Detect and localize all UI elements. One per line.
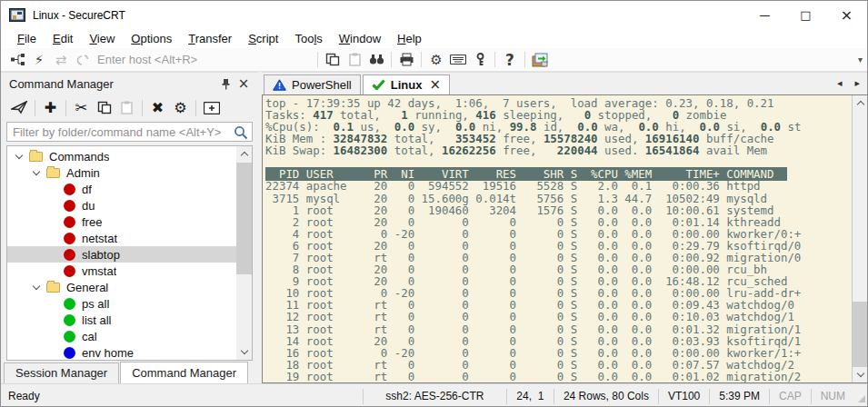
command-manager-title: Command Manager (9, 77, 216, 91)
tree-item-env-home[interactable]: env home (7, 344, 236, 360)
help-icon[interactable]: ? (499, 50, 521, 70)
tab-command-manager[interactable]: Command Manager (120, 362, 248, 383)
tab-linux[interactable]: Linux × (363, 74, 450, 94)
tree-scrollbar[interactable] (236, 146, 252, 360)
paste-command-icon[interactable] (115, 97, 138, 118)
menu-item-script[interactable]: Script (240, 30, 286, 47)
connect-dialog-icon[interactable] (6, 50, 28, 70)
close-tab-icon[interactable]: × (429, 76, 441, 93)
tree-item-label: free (82, 215, 102, 229)
connected-icon (372, 79, 385, 90)
command-icon (64, 233, 75, 244)
print-icon[interactable] (395, 50, 417, 70)
tree-item-label: Admin (66, 166, 100, 180)
status-bar: Ready ssh2: AES-256-CTR 24, 1 24 Rows, 8… (1, 383, 867, 407)
command-icon (64, 265, 75, 277)
command-icon (64, 216, 75, 228)
menu-item-tools[interactable]: Tools (286, 30, 330, 47)
command-icon (64, 184, 75, 195)
command-options-icon[interactable]: ⚙ (169, 97, 192, 118)
tree-item-list-all[interactable]: list all (7, 312, 236, 328)
toolbar-separator (494, 52, 495, 67)
menu-bar: FileEditViewOptionsTransferScriptToolsWi… (1, 29, 867, 48)
find-icon[interactable] (365, 50, 387, 70)
reconnect-icon[interactable]: ⇄ (50, 50, 72, 70)
key-generator-icon[interactable] (469, 50, 491, 70)
panel-close-icon[interactable]: × (234, 75, 253, 92)
copy-icon[interactable] (322, 50, 344, 70)
disconnect-icon[interactable] (72, 50, 94, 70)
keymap-icon[interactable] (447, 50, 469, 70)
command-icon (64, 200, 75, 212)
scroll-up-icon[interactable] (236, 146, 252, 162)
command-manager-panel: Command Manager × ✚ ✂ (1, 72, 258, 383)
menu-item-transfer[interactable]: Transfer (180, 30, 240, 47)
cut-icon[interactable]: ✂ (70, 97, 93, 118)
menu-item-options[interactable]: Options (123, 30, 180, 47)
menu-item-help[interactable]: Help (389, 30, 430, 47)
tree-item-cal[interactable]: cal (7, 328, 236, 344)
tab-session-manager[interactable]: Session Manager (4, 362, 119, 383)
folder-icon (29, 152, 43, 162)
tree-item-label: General (66, 281, 108, 294)
search-icon (234, 125, 248, 140)
tree-item-vmstat[interactable]: vmstat (7, 263, 236, 279)
command-icon (64, 347, 75, 359)
tree-item-free[interactable]: free (7, 213, 236, 230)
filter-input[interactable] (7, 125, 252, 139)
tree-item-label: list all (82, 313, 112, 327)
resize-grip[interactable] (854, 389, 867, 404)
pin-icon[interactable] (216, 75, 234, 92)
add-command-icon[interactable]: ✚ (39, 97, 62, 118)
scroll-down-icon[interactable] (853, 367, 868, 382)
menu-item-edit[interactable]: Edit (45, 30, 81, 47)
tree-item-general[interactable]: General (7, 279, 236, 295)
terminal-scrollbar-thumb[interactable] (853, 302, 868, 367)
new-folder-icon[interactable] (200, 97, 223, 118)
main-toolbar: ⚡ ⇄ ⚙ ? ▾ (1, 48, 867, 72)
tree-item-admin[interactable]: Admin (7, 164, 236, 181)
toolbar-separator (65, 100, 66, 116)
maximize-button[interactable]: □ (785, 1, 826, 29)
menu-item-window[interactable]: Window (331, 30, 389, 47)
terminal-scrollbar[interactable] (852, 95, 867, 382)
tab-powershell[interactable]: PowerShell (264, 74, 361, 94)
chevron-down-icon[interactable] (15, 151, 23, 158)
toolbar-overflow-icon[interactable]: ▾ (858, 55, 863, 65)
send-command-icon[interactable] (8, 97, 31, 118)
folder-icon (46, 283, 60, 293)
chevron-down-icon[interactable] (33, 282, 40, 289)
minimize-button[interactable]: — (744, 1, 785, 29)
tree-item-label: netstat (82, 232, 117, 245)
scroll-down-icon[interactable] (236, 344, 252, 360)
tree-item-label: cal (82, 330, 97, 343)
close-button[interactable]: × (826, 1, 867, 29)
chevron-down-icon[interactable] (33, 167, 40, 174)
tree-scrollbar-thumb[interactable] (236, 163, 252, 274)
tree-item-slabtop[interactable]: slabtop (7, 246, 236, 263)
session-tab-bar: PowerShell Linux × ◂ ▸ (262, 73, 867, 94)
session-options-icon[interactable]: ⚙ (425, 50, 447, 70)
host-input[interactable] (97, 53, 314, 66)
tree-item-ps-all[interactable]: ps all (7, 295, 236, 312)
session-wizard-icon[interactable] (529, 50, 551, 70)
toolbar-separator (195, 100, 196, 116)
scroll-up-icon[interactable] (853, 95, 868, 111)
paste-icon[interactable] (344, 50, 365, 70)
copy-command-icon[interactable] (93, 97, 115, 118)
delete-command-icon[interactable]: ✖ (146, 97, 169, 118)
terminal-screen[interactable]: top - 17:39:35 up 42 days, 1:06, 7 users… (263, 95, 852, 382)
tree-item-commands[interactable]: Commands (7, 148, 236, 164)
window-title: Linux - SecureCRT (33, 9, 744, 22)
tree-item-df[interactable]: df (7, 181, 236, 197)
tab-scroll-right-icon[interactable]: ▸ (854, 77, 860, 89)
tree-item-du[interactable]: du (7, 197, 236, 213)
toolbar-separator (524, 52, 525, 67)
app-icon (9, 8, 25, 22)
tree-item-netstat[interactable]: netstat (7, 230, 236, 246)
menu-item-file[interactable]: File (9, 30, 45, 47)
tab-scroll-left-icon[interactable]: ◂ (837, 77, 843, 89)
quick-connect-icon[interactable]: ⚡ (28, 50, 50, 70)
menu-item-view[interactable]: View (81, 30, 123, 47)
tree-item-label: Commands (49, 150, 109, 164)
